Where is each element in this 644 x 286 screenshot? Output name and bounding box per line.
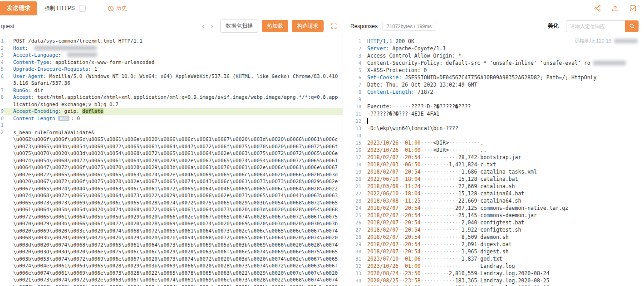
locate-response-input[interactable] xyxy=(566,20,625,32)
line-number: 13 xyxy=(343,125,361,132)
line-number: 11 xyxy=(343,110,361,117)
code-token: 22,669 xyxy=(458,198,477,204)
code-line: Upgrade-Insecure-Requests: 1 xyxy=(4,66,343,73)
code-token: : xyxy=(71,116,77,121)
code-token: · xyxy=(367,125,370,131)
code-line: 2018/02/03··06:50·········1,421,824·c.tx… xyxy=(361,161,644,168)
line-number: 19 xyxy=(343,168,361,175)
line-number: 28 xyxy=(343,233,361,241)
code-token: D xyxy=(427,103,430,110)
construct-request-button[interactable]: 构造请求 xyxy=(292,20,324,32)
payload-token: \u0062\u006f\u006f\u006c\u0065\u0061\u00… xyxy=(13,136,338,286)
save-check-button[interactable] xyxy=(629,5,637,12)
line-number: 2 xyxy=(0,45,4,52)
code-token: 20:54 xyxy=(405,154,421,160)
editor-line: 5X-XSS-Protection: 0 xyxy=(343,67,644,74)
code-token: 4E3E-4FA1 xyxy=(411,111,439,117)
code-token: HTTP/1.1 xyxy=(367,38,392,44)
code-token: 2,040 xyxy=(462,219,477,226)
editor-line: 4Content-Security-Policy: default-src * … xyxy=(343,59,644,67)
line-number: 25 xyxy=(343,212,361,219)
force-https-checkbox[interactable] xyxy=(79,5,86,12)
code-token: ·· xyxy=(398,140,405,146)
code-token: 18:04 xyxy=(405,190,421,197)
share-button[interactable] xyxy=(594,5,601,12)
code-token: ········· xyxy=(421,161,449,168)
export-icon xyxy=(611,5,619,12)
code-token: ············ xyxy=(421,154,458,160)
prev-request-arrow[interactable]: ‹ xyxy=(199,22,208,30)
fullscreen-button[interactable] xyxy=(330,23,337,29)
code-token: ·· xyxy=(398,212,405,218)
code-token: ???? xyxy=(411,103,424,110)
code-token: Server: xyxy=(367,45,389,52)
request-editor-lines: 1POST /data/sys-common/treexml.tmpl HTTP… xyxy=(0,38,343,286)
editor-line: 152023/10/26··01:00····<DIR>··········. xyxy=(343,139,644,146)
code-token: 200 OK xyxy=(392,38,414,44)
code-token: · xyxy=(424,103,427,110)
code-line: Content-Length: 71872 xyxy=(361,88,644,96)
line-number: 35 xyxy=(343,284,361,286)
code-token: gzip, xyxy=(64,108,83,114)
next-request-arrow[interactable]: › xyxy=(207,22,216,30)
editor-line: 9​ xyxy=(343,96,644,103)
code-token: ············· xyxy=(421,169,462,175)
code-token: : xyxy=(28,87,34,93)
code-token: ·········· xyxy=(449,140,480,146)
code-token: 2020/08/25 xyxy=(367,277,398,284)
code-token: 1,965 xyxy=(462,248,477,255)
editor-line: 7Date: Thu, 26 Oct 2023 13:02:49 GMT xyxy=(343,81,644,88)
code-token: <DIR> xyxy=(433,140,449,146)
line-number: 23 xyxy=(343,197,361,204)
redacted-blur xyxy=(67,53,97,57)
line-number: 3 xyxy=(0,52,4,59)
editor-line: 202022/06/10··18:04············15,128·ca… xyxy=(343,175,644,183)
send-request-button[interactable]: 发送请求 xyxy=(0,1,37,15)
code-token: ·· xyxy=(398,190,405,197)
line-number: 34 xyxy=(343,277,361,284)
line-number: 9 xyxy=(343,96,361,103)
export-button[interactable] xyxy=(611,5,619,12)
hot-reload-button[interactable]: 热加载 xyxy=(262,20,288,32)
code-token: ?�?????�???? xyxy=(433,103,471,110)
line-number: 21 xyxy=(343,183,361,190)
code-line: RunGo: dir xyxy=(4,87,343,94)
code-line: Server: Apache-Coyote/1.1 xyxy=(361,45,644,52)
editor-line: 6User-Agent: Mozilla/5.0 (Windows NT 10.… xyxy=(0,73,343,87)
code-line: Date: Thu, 26 Oct 2023 13:02:49 GMT xyxy=(361,81,644,88)
editor-line: 312023/07/10··01:06·············1,837·go… xyxy=(343,255,644,262)
code-line: ​ xyxy=(4,122,343,129)
editor-line: 1POST /data/sys-common/treexml.tmpl HTTP… xyxy=(0,38,343,45)
code-token: ···· xyxy=(421,140,433,146)
request-editor[interactable]: 1POST /data/sys-common/treexml.tmpl HTTP… xyxy=(0,35,343,286)
code-line: 2018/02/07··20:54············28,742·boot… xyxy=(361,154,644,161)
code-token: : xyxy=(31,94,37,100)
redacted-blur xyxy=(34,46,97,50)
code-token: JSESSIONID=DF04567C47756A10B09A98352A628… xyxy=(402,74,596,81)
code-token: 1,421,824 xyxy=(449,161,477,168)
code-token: 2018/02/07 xyxy=(367,234,398,240)
code-token: catalina64.sh xyxy=(480,198,521,204)
force-https-group: 强制 HTTPS xyxy=(44,5,86,12)
search-button[interactable] xyxy=(625,20,639,32)
code-token: ·· xyxy=(398,183,405,189)
beautify-button[interactable]: 美化 xyxy=(548,22,559,30)
responses-tab[interactable]: Responses xyxy=(350,23,378,29)
packet-scan-button[interactable]: 数据包扫描 xyxy=(220,19,258,33)
code-token: ·· xyxy=(398,256,405,262)
code-token: 01:00 xyxy=(405,147,421,153)
text-cursor xyxy=(367,118,368,124)
code-line: 2018/02/07··20:54·············2,091·dige… xyxy=(361,241,644,248)
code-token: 28,742 xyxy=(458,154,477,160)
editor-line: 4Content-Type: application/x-www-form-ur… xyxy=(0,59,343,66)
code-token: Landray.log.2020-08-24 xyxy=(480,270,549,276)
code-token: digest.bat xyxy=(480,241,511,247)
response-editor[interactable]: 远端地址:120.19 1HTTP/1.1 200 OK2Server: Apa… xyxy=(343,35,644,286)
code-line: ·D:\ekp\win64\tomcat\bin·???? xyxy=(361,125,644,132)
code-line: X-XSS-Protection: 0 xyxy=(361,67,644,74)
code-line: 2022/06/10··18:04············15,128·cata… xyxy=(361,190,644,197)
code-line: s_bean=ruleFormulaValidate& \u0062\u006f… xyxy=(4,129,343,286)
history-button[interactable]: 历史 xyxy=(108,5,127,12)
line-number: 12 xyxy=(0,129,4,286)
code-token: 2023/10/26 xyxy=(367,263,398,269)
